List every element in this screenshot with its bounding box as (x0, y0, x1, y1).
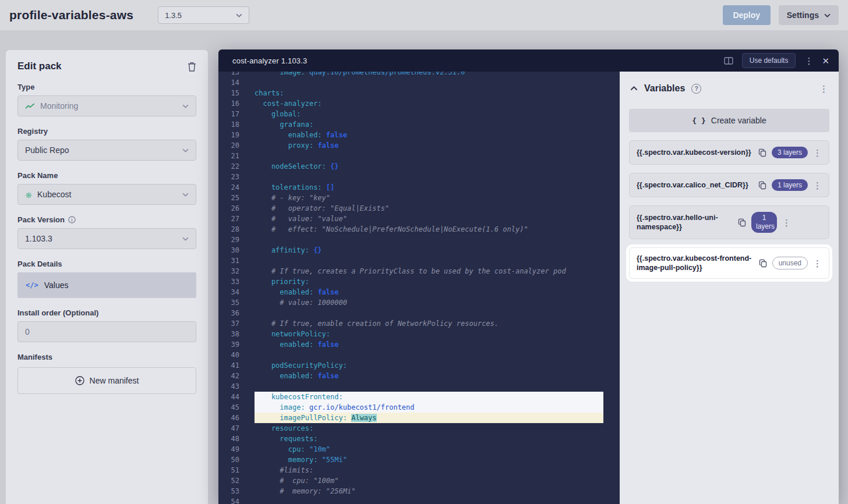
code-line-50[interactable]: 50 memory: "55Mi" (218, 455, 620, 465)
chevron-down-icon (824, 13, 831, 17)
copy-icon[interactable] (759, 259, 767, 268)
code-line-39[interactable]: 39 enabled: false (218, 339, 620, 350)
code-line-49[interactable]: 49 cpu: "10m" (218, 444, 620, 455)
pack-version-select[interactable]: 1.103.3 (17, 228, 196, 249)
code-line-38[interactable]: 38 networkPolicy: (218, 329, 620, 339)
code-line-29[interactable]: 29 (218, 235, 620, 245)
help-icon[interactable]: ? (691, 84, 701, 94)
pack-version-value: 1.103.3 (25, 234, 52, 243)
line-number: 35 (218, 297, 239, 308)
create-variable-button[interactable]: { } Create variable (629, 109, 829, 132)
new-manifest-label: New manifest (90, 376, 139, 385)
code-line-35[interactable]: 35 # value: 1000000 (218, 297, 620, 308)
code-line-26[interactable]: 26 # operator: "Equal|Exists" (218, 203, 620, 214)
code-line-27[interactable]: 27 # value: "value" (218, 214, 620, 224)
code-line-52[interactable]: 52 # cpu: "100m" (218, 475, 620, 486)
code-line-21[interactable]: 21 (218, 151, 620, 161)
line-number: 45 (218, 402, 239, 413)
code-line-24[interactable]: 24 tolerations: [] (218, 182, 620, 193)
line-number: 49 (218, 444, 239, 455)
line-number: 33 (218, 276, 239, 287)
code-line-46[interactable]: 46 imagePullPolicy: Always (218, 413, 620, 423)
diff-view-icon[interactable] (724, 57, 733, 65)
edit-pack-panel: Edit pack Type Monitoring Registry Publi… (6, 50, 208, 504)
pack-details-values-tab[interactable]: </> Values (17, 272, 196, 298)
code-line-45[interactable]: 45 image: gcr.io/kubecost1/frontend (218, 402, 620, 413)
trash-icon[interactable] (188, 62, 196, 72)
variable-item[interactable]: {{.spectro.var.hello-uni-namespace}}1 la… (629, 205, 829, 239)
editor-kebab-icon[interactable]: ⋮ (804, 56, 813, 65)
code-line-33[interactable]: 33 priority: (218, 276, 620, 287)
code-line-34[interactable]: 34 enabled: false (218, 287, 620, 297)
line-number: 15 (218, 88, 239, 98)
variables-kebab-icon[interactable]: ⋮ (819, 84, 828, 93)
code-line-53[interactable]: 53 # memory: "256Mi" (218, 486, 620, 496)
variable-item[interactable]: {{.spectro.var.kubecost-version}}3 layer… (629, 140, 829, 165)
line-number: 47 (218, 423, 239, 434)
close-icon[interactable]: ✕ (822, 56, 829, 65)
line-content: enabled: false (255, 339, 603, 350)
code-line-25[interactable]: 25 # - key: "key" (218, 193, 620, 203)
code-line-19[interactable]: 19 enabled: false (218, 130, 620, 140)
code-line-47[interactable]: 47 resources: (218, 423, 620, 434)
code-line-17[interactable]: 17 global: (218, 109, 620, 119)
code-line-51[interactable]: 51 #limits: (218, 465, 620, 475)
chevron-down-icon (182, 237, 189, 241)
code-line-36[interactable]: 36 (218, 308, 620, 318)
code-line-43[interactable]: 43 (218, 381, 620, 392)
line-content (255, 151, 603, 161)
line-content: networkPolicy: (255, 329, 603, 339)
code-line-54[interactable]: 54 (218, 496, 620, 504)
install-order-input[interactable] (17, 321, 196, 342)
copy-icon[interactable] (758, 181, 766, 190)
new-manifest-button[interactable]: New manifest (17, 367, 196, 394)
code-line-40[interactable]: 40 (218, 350, 620, 360)
code-line-18[interactable]: 18 grafana: (218, 119, 620, 130)
line-content: requests: (255, 434, 603, 444)
yaml-editor[interactable]: 13 image: quay.io/prometheus/prometheus:… (218, 72, 620, 504)
code-line-31[interactable]: 31 (218, 255, 620, 266)
code-line-42[interactable]: 42 enabled: false (218, 371, 620, 381)
variable-kebab-icon[interactable]: ⋮ (813, 181, 822, 190)
code-line-32[interactable]: 32 # If true, creates a PriorityClass to… (218, 266, 620, 276)
use-defaults-button[interactable]: Use defaults (742, 53, 796, 68)
code-line-48[interactable]: 48 requests: (218, 434, 620, 444)
code-line-14[interactable]: 14 (218, 77, 620, 88)
code-line-37[interactable]: 37 # If true, enable creation of Network… (218, 318, 620, 329)
pack-name-select[interactable]: ⎈ Kubecost (17, 184, 196, 205)
code-line-28[interactable]: 28 # effect: "NoSchedule|PreferNoSchedul… (218, 224, 620, 235)
line-number: 29 (218, 235, 239, 245)
code-line-44[interactable]: 44 kubecostFrontend: (218, 392, 620, 402)
registry-label: Registry (17, 127, 196, 136)
type-select[interactable]: Monitoring (17, 95, 196, 116)
line-number: 24 (218, 182, 239, 193)
code-line-41[interactable]: 41 podSecurityPolicy: (218, 360, 620, 371)
code-line-30[interactable]: 30 affinity: {} (218, 245, 620, 255)
profile-version-select[interactable]: 1.3.5 (158, 6, 249, 24)
collapse-icon[interactable] (630, 86, 638, 91)
settings-button[interactable]: Settings (779, 5, 839, 25)
copy-icon[interactable] (758, 148, 766, 157)
code-line-15[interactable]: 15charts: (218, 88, 620, 98)
variable-kebab-icon[interactable]: ⋮ (782, 218, 791, 227)
variable-item[interactable]: {{.spectro.var.calico_net_CIDR}}1 layers… (629, 173, 829, 197)
line-content: #limits: (255, 465, 603, 475)
code-line-20[interactable]: 20 proxy: false (218, 140, 620, 151)
line-number: 44 (218, 392, 239, 402)
copy-icon[interactable] (738, 218, 746, 227)
code-line-13[interactable]: 13 image: quay.io/prometheus/prometheus:… (218, 72, 620, 77)
code-line-22[interactable]: 22 nodeSelector: {} (218, 161, 620, 172)
line-content: # memory: "256Mi" (255, 486, 603, 496)
variable-item[interactable]: {{.spectro.var.kubecost-frontend-image-p… (629, 247, 829, 279)
variable-kebab-icon[interactable]: ⋮ (813, 148, 822, 157)
code-line-23[interactable]: 23 (218, 172, 620, 182)
chevron-down-icon (182, 193, 189, 197)
code-line-16[interactable]: 16 cost-analyzer: (218, 98, 620, 109)
code-lines: 13 image: quay.io/prometheus/prometheus:… (218, 72, 620, 504)
variable-kebab-icon[interactable]: ⋮ (813, 259, 822, 268)
registry-select[interactable]: Public Repo (17, 140, 196, 161)
line-number: 48 (218, 434, 239, 444)
line-number: 23 (218, 172, 239, 182)
deploy-button[interactable]: Deploy (723, 5, 771, 25)
line-content: global: (255, 109, 603, 119)
